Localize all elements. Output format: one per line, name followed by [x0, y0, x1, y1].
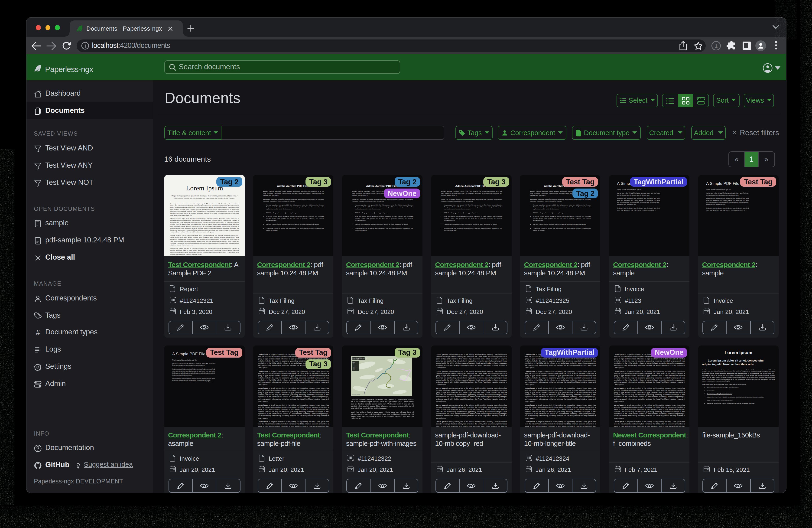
svg-text:Day 2: Day 2	[353, 365, 355, 366]
svg-text:Day 4: Day 4	[353, 367, 355, 368]
svg-text:Day 3: Day 3	[353, 366, 355, 367]
svg-text:Google Earth: Google Earth	[352, 394, 360, 396]
svg-text:Six days in BWCA: Six days in BWCA	[352, 359, 359, 360]
svg-text:Legend: Legend	[352, 362, 355, 363]
svg-text:Day 6: Day 6	[353, 369, 355, 370]
svg-text:#: #	[36, 329, 40, 337]
svg-text:Day 1: Day 1	[353, 363, 355, 364]
svg-text:1: 1	[715, 43, 717, 49]
svg-text:Day 5: Day 5	[353, 368, 355, 369]
svg-text:Boundary Waters Trip: Boundary Waters Trip	[352, 357, 367, 359]
